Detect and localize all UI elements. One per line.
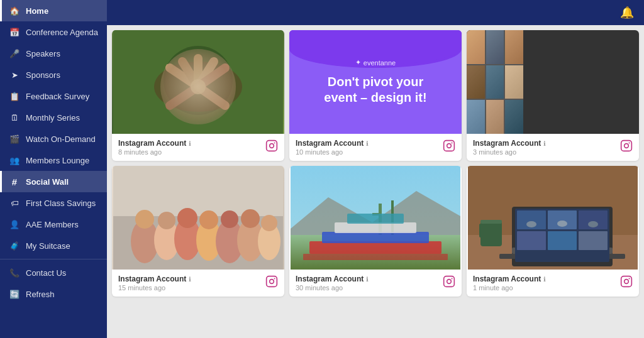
info-icon-1[interactable]: ℹ: [189, 140, 191, 147]
sidebar-item-label: Contact Us: [26, 268, 66, 278]
card-footer-6: Instagram Account ℹ 1 minute ago: [467, 270, 639, 297]
card-image-laptop: [467, 166, 639, 270]
svg-rect-0: [113, 30, 283, 134]
svg-point-27: [177, 208, 197, 228]
svg-rect-14: [444, 141, 455, 151]
sidebar-item-label: My Suitcase: [26, 241, 70, 251]
card-meta-3: Instagram Account ℹ 3 minutes ago: [473, 139, 546, 156]
svg-point-35: [261, 215, 277, 231]
account-name-6: Instagram Account: [473, 275, 541, 283]
info-icon-5[interactable]: ℹ: [366, 276, 369, 283]
social-wall-grid: Instagram Account ℹ 8 minutes ago: [107, 25, 644, 302]
svg-point-31: [221, 210, 238, 228]
time-text-6: 1 minute ago: [473, 284, 546, 292]
svg-rect-67: [579, 231, 608, 250]
sidebar-item-label: AAE Members: [26, 220, 79, 229]
svg-point-16: [452, 142, 453, 143]
account-name-4: Instagram Account: [118, 275, 186, 283]
sidebar: 🏠 Home 📅 Conference Agenda 🎤 Speakers ➤ …: [0, 0, 107, 338]
instagram-icon-4[interactable]: [265, 275, 278, 291]
svg-point-19: [629, 142, 630, 143]
savings-icon: 🏷: [9, 198, 19, 208]
sidebar-item-home[interactable]: 🏠 Home: [0, 0, 107, 21]
info-icon-4[interactable]: ℹ: [189, 276, 191, 283]
instagram-icon-5[interactable]: [443, 275, 455, 291]
card-account-4: Instagram Account ℹ: [118, 275, 191, 283]
info-icon-6[interactable]: ℹ: [543, 276, 546, 283]
svg-point-13: [274, 142, 275, 143]
card-footer-1: Instagram Account ℹ 8 minutes ago: [112, 134, 284, 161]
sidebar-item-label: Speakers: [26, 49, 60, 58]
social-card-1: Instagram Account ℹ 8 minutes ago: [112, 30, 284, 161]
social-card-2: ✦ eventanne Don't pivot your event – des…: [289, 30, 462, 161]
sidebar-item-label: Watch On-Demand: [26, 134, 96, 144]
sidebar-item-first-class-savings[interactable]: 🏷 First Class Savings: [0, 192, 107, 214]
sidebar-item-sponsors[interactable]: ➤ Sponsors: [0, 64, 107, 85]
info-icon-2[interactable]: ℹ: [366, 140, 369, 147]
card-footer-3: Instagram Account ℹ 3 minutes ago: [467, 134, 639, 161]
svg-rect-49: [303, 254, 448, 260]
svg-point-70: [588, 221, 598, 227]
sidebar-item-conference-agenda[interactable]: 📅 Conference Agenda: [0, 21, 107, 43]
svg-rect-47: [335, 222, 416, 233]
topbar: 🔔: [107, 0, 644, 25]
survey-icon: 📋: [9, 91, 19, 101]
sidebar-item-label: Refresh: [26, 290, 55, 299]
svg-line-7: [198, 68, 225, 87]
svg-point-68: [526, 221, 536, 227]
svg-point-72: [625, 280, 629, 284]
sponsor-icon: ➤: [9, 70, 19, 80]
instagram-icon-6[interactable]: [620, 275, 633, 291]
time-text-4: 15 minutes ago: [118, 284, 191, 292]
svg-rect-17: [621, 141, 632, 151]
sidebar-item-monthly-series[interactable]: 🗓 Monthly Series: [0, 107, 107, 128]
svg-rect-66: [548, 231, 577, 250]
sidebar-item-label: Sponsors: [26, 70, 60, 80]
info-icon-3[interactable]: ℹ: [543, 140, 546, 147]
card-image-desert-group: [289, 166, 462, 270]
phone-icon: 📞: [9, 268, 19, 278]
svg-line-6: [198, 62, 214, 87]
sidebar-item-members-lounge[interactable]: 👥 Members Lounge: [0, 150, 107, 171]
notification-bell-icon[interactable]: 🔔: [620, 6, 634, 19]
eventanne-tagline: Don't pivot your event – design it!: [302, 74, 449, 106]
sidebar-item-watch-on-demand[interactable]: 🎬 Watch On-Demand: [0, 128, 107, 150]
instagram-icon-1[interactable]: [265, 139, 278, 155]
instagram-icon-3[interactable]: [620, 139, 633, 155]
social-card-6: Instagram Account ℹ 1 minute ago: [467, 166, 639, 297]
series-icon: 🗓: [9, 112, 19, 123]
sidebar-item-label: Conference Agenda: [26, 28, 98, 37]
svg-rect-46: [322, 232, 429, 243]
video-icon: 🎬: [9, 134, 19, 144]
suitcase-icon: 🧳: [9, 241, 19, 251]
sidebar-item-feedback-survey[interactable]: 📋 Feedback Survey: [0, 85, 107, 107]
card-account-6: Instagram Account ℹ: [473, 275, 546, 283]
account-name-5: Instagram Account: [296, 275, 364, 283]
eventanne-logo: ✦ eventanne: [355, 58, 396, 67]
card-image-hands: [112, 30, 284, 134]
sidebar-item-label: Feedback Survey: [26, 92, 89, 101]
sidebar-item-my-suitcase[interactable]: 🧳 My Suitcase: [0, 235, 107, 256]
user-icon: 👤: [9, 219, 19, 229]
mic-icon: 🎤: [9, 48, 19, 58]
home-icon: 🏠: [9, 6, 19, 16]
svg-point-37: [270, 280, 274, 284]
calendar-icon: 📅: [9, 27, 19, 37]
sidebar-item-social-wall[interactable]: # Social Wall: [0, 171, 107, 192]
sidebar-item-speakers[interactable]: 🎤 Speakers: [0, 43, 107, 64]
sidebar-item-refresh[interactable]: 🔄 Refresh: [0, 283, 107, 305]
time-text-5: 30 minutes ago: [296, 284, 369, 292]
svg-point-12: [270, 144, 274, 148]
main-area: 🔔: [107, 0, 644, 338]
instagram-icon-2[interactable]: [443, 139, 455, 155]
svg-rect-55: [480, 221, 502, 246]
sidebar-item-aae-members[interactable]: 👤 AAE Members: [0, 214, 107, 235]
svg-point-1: [164, 46, 233, 115]
sidebar-item-label: Members Lounge: [26, 156, 89, 165]
svg-point-51: [447, 280, 452, 284]
sidebar-item-contact-us[interactable]: 📞 Contact Us: [0, 262, 107, 283]
svg-line-8: [170, 87, 198, 106]
hashtag-icon: #: [9, 177, 19, 187]
card-footer-4: Instagram Account ℹ 15 minutes ago: [112, 270, 284, 297]
sidebar-item-label: First Class Savings: [26, 199, 96, 208]
